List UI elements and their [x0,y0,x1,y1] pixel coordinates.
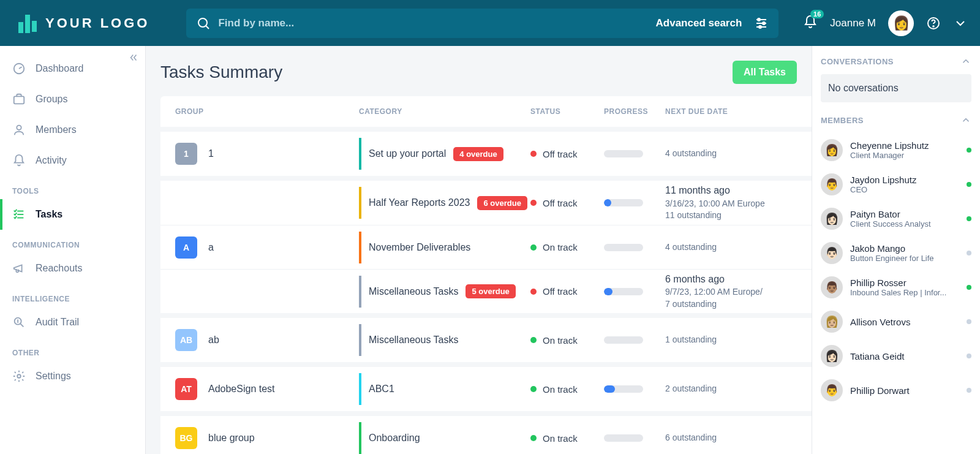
progress-bar [604,434,643,442]
no-conversations-text: No coversations [821,74,971,102]
group-chip: A [175,236,197,259]
member-row[interactable]: 👩🏻 Paityn Bator Client Success Analyst [821,202,971,236]
overdue-badge: 4 overdue [453,147,503,161]
column-header: GROUP [175,107,359,116]
due-cell: 4 outstanding [665,148,797,160]
avatar[interactable]: 👩 [888,10,914,36]
member-name: Tatiana Geidt [850,351,959,361]
sidebar-item-reachouts[interactable]: Reachouts [0,253,145,284]
collapse-sidebar-button[interactable] [128,52,139,66]
svg-line-1 [206,26,209,29]
chevron-up-icon[interactable] [960,56,971,67]
sidebar-item-dashboard[interactable]: Dashboard [0,53,145,84]
category-name: Half Year Reports 2023 [369,197,470,208]
progress-cell [604,385,665,393]
sidebar-item-audit trail[interactable]: Audit Trail [0,307,145,338]
progress-cell [604,244,665,251]
gear-icon [12,369,26,383]
member-row[interactable]: 👨 Jaydon Lipshutz CEO [821,167,971,202]
right-panel: CONVERSATIONS No coversations MEMBERS 👩 … [812,46,980,454]
member-row[interactable]: 👨🏽 Phillip Rosser Inbound Sales Rep | In… [821,270,971,305]
table-row[interactable]: Aa November Deliverables On track 4 outs… [160,225,812,269]
member-name: Phillip Rosser [850,278,959,288]
overdue-badge: 6 overdue [477,196,527,210]
sidebar-item-settings[interactable]: Settings [0,361,145,392]
sidebar-item-tasks[interactable]: Tasks [0,199,145,230]
table-row[interactable]: Miscellaneous Tasks 5 overdue Off track … [160,269,812,313]
group-cell[interactable]: Aa [175,236,359,259]
tasks-table: GROUPCATEGORYSTATUSPROGRESSNEXT DUE DATE… [160,96,812,454]
help-icon[interactable] [926,16,941,31]
progress-cell [604,288,665,295]
status-dot-icon [530,289,537,295]
svg-line-17 [20,323,23,327]
search-bar[interactable]: Advanced search [186,9,778,38]
member-avatar: 👩🏻 [821,345,843,367]
table-row[interactable]: ATAdobeSign test ABC1 On track 2 outstan… [160,367,812,411]
member-name: Paityn Bator [850,209,959,219]
column-header: CATEGORY [359,107,530,116]
member-row[interactable]: 👨🏻 Jakob Mango Button Engineer for Life [821,236,971,270]
due-cell: 11 months ago 3/16/23, 10:00 AM Europe 1… [665,184,797,222]
group-name: 1 [208,148,214,159]
search-input[interactable] [218,17,648,29]
logo[interactable]: YOUR LOGO [18,13,149,33]
member-role: Button Engineer for Life [850,254,959,263]
svg-point-12 [17,126,21,130]
category-name: Onboarding [369,433,420,444]
due-cell: 4 outstanding [665,241,797,254]
member-name: Phillip Dorwart [850,385,959,396]
category-cell: Onboarding [359,422,530,454]
group-block: ATAdobeSign test ABC1 On track 2 outstan… [160,362,812,411]
svg-point-19 [17,374,21,378]
sliders-icon[interactable] [754,16,769,31]
chevron-down-icon[interactable] [953,16,968,31]
table-row[interactable]: ABab Miscellaneous Tasks On track 1 outs… [160,318,812,362]
member-role: Client Success Analyst [850,219,959,229]
member-avatar: 👨🏽 [821,276,843,298]
member-row[interactable]: 👩🏼 Allison Vetrovs [821,305,971,339]
svg-rect-11 [14,96,24,104]
table-row[interactable]: 11 Set up your portal 4 overdue Off trac… [160,132,812,176]
notifications-button[interactable]: 16 [803,15,818,32]
sidebar-item-label: Tasks [36,209,62,220]
sidebar-item-members[interactable]: Members [0,115,145,145]
member-avatar: 👨 [821,173,843,195]
group-chip: 1 [175,143,197,165]
member-avatar: 👩🏼 [821,311,843,333]
member-row[interactable]: 👨 Phillip Dorwart [821,373,971,407]
logo-mark-icon [18,13,37,33]
category-cell: Half Year Reports 2023 6 overdue [359,187,530,219]
member-row[interactable]: 👩 Cheyenne Lipshutz Client Manager [821,133,971,167]
presence-dot-icon [967,182,971,187]
table-row[interactable]: Half Year Reports 2023 6 overdue Off tra… [160,181,812,225]
chevron-up-icon[interactable] [960,115,971,126]
group-cell[interactable]: ABab [175,329,359,351]
status-cell: On track [530,335,604,346]
progress-bar [604,199,643,206]
group-block: Half Year Reports 2023 6 overdue Off tra… [160,176,812,313]
progress-cell [604,336,665,344]
sidebar-section-label: INTELLIGENCE [0,284,145,307]
progress-bar [604,244,643,251]
status-cell: On track [530,384,604,395]
group-cell[interactable]: ATAdobeSign test [175,378,359,400]
member-row[interactable]: 👩🏻 Tatiana Geidt [821,339,971,373]
briefcase-icon [12,93,26,106]
table-row[interactable]: BGblue group Onboarding On track 6 outst… [160,416,812,454]
sidebar-item-label: Activity [36,155,67,166]
svg-point-9 [933,26,934,27]
advanced-search-link[interactable]: Advanced search [656,17,742,29]
bell-icon [12,154,26,167]
category-name: ABC1 [369,384,394,395]
group-cell[interactable]: BGblue group [175,427,359,449]
user-name[interactable]: Joanne M [830,17,876,29]
group-chip: AT [175,378,197,400]
all-tasks-button[interactable]: All Tasks [733,61,797,84]
progress-cell [604,150,665,157]
sidebar-item-activity[interactable]: Activity [0,145,145,176]
member-name: Jaydon Lipshutz [850,175,959,185]
sidebar-item-groups[interactable]: Groups [0,84,145,115]
presence-dot-icon [967,251,971,255]
group-cell[interactable]: 11 [175,143,359,165]
